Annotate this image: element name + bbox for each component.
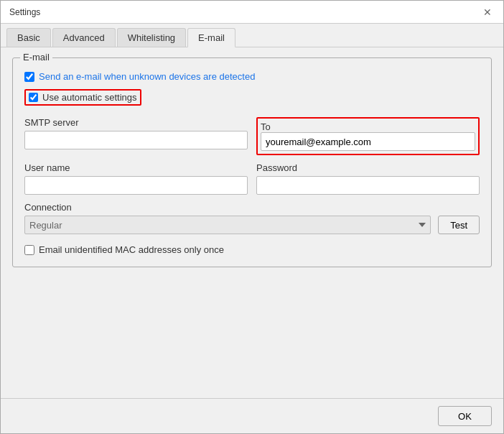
send-email-row: Send an e-mail when unknown devices are …: [24, 71, 480, 82]
connection-label: Connection: [24, 202, 431, 213]
tab-basic[interactable]: Basic: [6, 28, 51, 47]
password-group: Password: [256, 162, 480, 195]
password-label: Password: [256, 162, 480, 173]
user-pass-row: User name Password: [24, 162, 480, 195]
title-bar: Settings ✕: [1, 1, 503, 24]
send-email-label[interactable]: Send an e-mail when unknown devices are …: [39, 71, 255, 82]
use-auto-highlight: Use automatic settings: [24, 89, 141, 106]
tab-email[interactable]: E-mail: [187, 28, 235, 47]
password-input[interactable]: [256, 176, 480, 195]
tab-content: E-mail Send an e-mail when unknown devic…: [1, 47, 503, 398]
to-group: To: [256, 117, 480, 155]
to-input[interactable]: [261, 132, 475, 151]
ok-button[interactable]: OK: [438, 406, 492, 426]
username-input[interactable]: [24, 176, 248, 195]
smtp-input[interactable]: [24, 131, 248, 149]
tab-advanced[interactable]: Advanced: [52, 28, 116, 47]
to-label: To: [261, 121, 271, 132]
mac-checkbox[interactable]: [24, 245, 34, 255]
tab-bar: Basic Advanced Whitelisting E-mail: [1, 24, 503, 47]
close-button[interactable]: ✕: [480, 7, 495, 17]
username-group: User name: [24, 162, 248, 195]
dialog-footer: OK: [1, 398, 503, 433]
to-highlight-box: To: [256, 117, 480, 155]
email-group: E-mail Send an e-mail when unknown devic…: [12, 57, 492, 267]
send-email-checkbox[interactable]: [24, 72, 34, 82]
use-auto-checkbox[interactable]: [29, 93, 38, 102]
connection-row: Connection Regular Test: [24, 202, 480, 234]
window-title: Settings: [9, 7, 40, 17]
use-auto-label[interactable]: Use automatic settings: [42, 92, 137, 103]
connection-select[interactable]: Regular: [24, 216, 431, 234]
mac-row: Email unidentified MAC addresses only on…: [24, 244, 480, 255]
connection-group: Connection Regular: [24, 202, 431, 234]
smtp-to-row: SMTP server To: [24, 117, 480, 155]
username-label: User name: [24, 162, 248, 173]
smtp-group: SMTP server: [24, 117, 248, 149]
smtp-label: SMTP server: [24, 117, 248, 128]
test-button[interactable]: Test: [438, 216, 480, 234]
email-group-legend: E-mail: [20, 52, 52, 63]
settings-window: Settings ✕ Basic Advanced Whitelisting E…: [0, 0, 504, 434]
mac-label[interactable]: Email unidentified MAC addresses only on…: [39, 244, 224, 255]
tab-whitelisting[interactable]: Whitelisting: [117, 28, 186, 47]
